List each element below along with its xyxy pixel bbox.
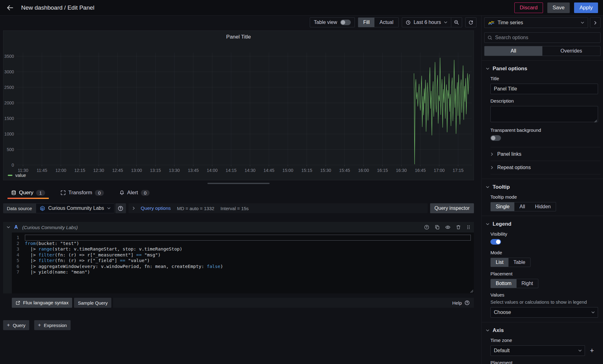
- time-range-picker[interactable]: Last 6 hours: [402, 18, 451, 27]
- apply-button[interactable]: Apply: [574, 2, 598, 13]
- tooltip-mode-seg-option-all[interactable]: All: [514, 202, 530, 211]
- tooltip-mode-seg-option-hidden[interactable]: Hidden: [530, 202, 556, 211]
- chevron-right-icon: [491, 153, 493, 156]
- code-keyword: from: [25, 241, 36, 246]
- section-tooltip-title: Tooltip: [493, 184, 510, 190]
- datasource-picker[interactable]: Curious Community Labs: [36, 203, 114, 213]
- panel-title-input[interactable]: [490, 84, 598, 94]
- chevron-down-icon: [591, 311, 595, 313]
- repeat-options-row[interactable]: Repeat options: [490, 161, 601, 174]
- code-line[interactable]: |> yield(name: "mean"): [25, 269, 474, 275]
- flux-code-editor[interactable]: 1234567 from(bucket: "test") |> range(st…: [12, 233, 474, 293]
- textarea-resize-grip[interactable]: [594, 120, 597, 122]
- refresh-icon: [468, 20, 473, 25]
- legend-values-placeholder: Choose: [494, 310, 511, 315]
- code-text: |>: [25, 252, 39, 257]
- chevron-down-icon: [578, 350, 582, 352]
- code-line[interactable]: |> aggregateWindow(every: v.windowPeriod…: [25, 264, 474, 270]
- legend-series-label[interactable]: value: [15, 173, 26, 178]
- tab-query[interactable]: Query 1: [7, 188, 49, 199]
- add-expression-button[interactable]: +Expression: [34, 320, 71, 330]
- code-text: (fn: (r) => r["_measurement"]: [55, 252, 136, 257]
- x-axis-tick-label: 12:15: [74, 168, 85, 173]
- options-filter-seg-option-overrides[interactable]: Overrides: [542, 46, 600, 56]
- query-help-button[interactable]: [424, 225, 429, 230]
- view-mode-seg-option-fill[interactable]: Fill: [358, 18, 374, 27]
- drag-query-handle[interactable]: [466, 225, 470, 230]
- question-circle-icon[interactable]: [465, 300, 470, 305]
- legend-mode-seg-option-list[interactable]: List: [491, 258, 508, 267]
- table-view-control[interactable]: Table view: [310, 17, 355, 27]
- hide-query-button[interactable]: [445, 225, 450, 230]
- code-line[interactable]: |> filter(fn: (r) => r["_measurement"] =…: [25, 252, 474, 258]
- duplicate-query-button[interactable]: [435, 225, 440, 230]
- query-inspector-button[interactable]: Query inspector: [430, 203, 474, 213]
- tab-alert[interactable]: Alert 0: [116, 188, 153, 199]
- interval-text: Interval = 15s: [220, 206, 248, 211]
- table-view-toggle[interactable]: [340, 20, 351, 25]
- legend-placement-seg-option-right[interactable]: Right: [517, 279, 538, 288]
- x-axis-tick-label: 12:30: [93, 168, 104, 173]
- add-timezone-button[interactable]: +: [590, 347, 594, 354]
- legend-placement-seg-option-bottom[interactable]: Bottom: [491, 279, 517, 288]
- sample-query-button[interactable]: Sample Query: [74, 298, 111, 308]
- toggle-knob: [491, 136, 495, 140]
- query-options-toggle[interactable]: Query options: [141, 205, 171, 211]
- section-axis[interactable]: Axis: [482, 322, 603, 334]
- section-legend[interactable]: Legend: [482, 216, 603, 227]
- save-button[interactable]: Save: [547, 2, 570, 13]
- code-keyword: range: [39, 247, 52, 251]
- query-row-header[interactable]: A (Curious Community Labs): [3, 222, 474, 233]
- tab-transform[interactable]: Transform 0: [57, 188, 108, 199]
- zoom-out-button[interactable]: [451, 18, 462, 27]
- remove-query-button[interactable]: [456, 225, 461, 230]
- line-number: 1: [12, 235, 19, 241]
- options-search[interactable]: [484, 32, 601, 43]
- code-line[interactable]: from(bucket: "test"): [25, 241, 474, 247]
- legend-mode-seg-option-table[interactable]: Table: [508, 258, 530, 267]
- line-number: 7: [12, 269, 19, 275]
- refresh-button[interactable]: [465, 17, 476, 27]
- toggle-knob: [496, 240, 500, 244]
- back-button[interactable]: [5, 3, 15, 13]
- visualization-picker[interactable]: Time series: [484, 17, 588, 28]
- transparent-bg-field: Transparent background: [490, 127, 598, 142]
- help-label[interactable]: Help: [452, 300, 462, 306]
- timezone-select[interactable]: Default: [490, 345, 585, 356]
- panel-links-row[interactable]: Panel links: [490, 147, 601, 161]
- tooltip-mode-seg-option-single[interactable]: Single: [491, 202, 514, 211]
- section-panel-options[interactable]: Panel options: [482, 61, 603, 72]
- x-axis-tick-label: 12:45: [112, 168, 123, 173]
- collapse-chevron-icon[interactable]: [7, 226, 10, 228]
- section-axis-title: Axis: [493, 327, 504, 334]
- options-search-input[interactable]: [495, 35, 597, 40]
- transparent-bg-toggle[interactable]: [490, 135, 501, 141]
- code-line[interactable]: [25, 235, 471, 241]
- collapse-sidebar-button[interactable]: [590, 17, 601, 28]
- legend-values-select[interactable]: Choose: [490, 307, 598, 318]
- editor-code[interactable]: from(bucket: "test") |> range(start: v.t…: [24, 233, 474, 293]
- back-arrow-icon: [7, 5, 13, 11]
- add-query-button[interactable]: +Query: [3, 320, 29, 330]
- y-axis-tick-label: 2500: [4, 85, 14, 90]
- legend-placement-field: Placement BottomRight: [490, 271, 598, 288]
- x-axis-tick-label: 16:30: [396, 168, 407, 173]
- legend-visibility-toggle[interactable]: [490, 239, 501, 245]
- section-tooltip[interactable]: Tooltip: [482, 179, 603, 190]
- timeseries-chart[interactable]: 050010001500200025003000350011:3011:4512…: [3, 31, 474, 180]
- datasource-help-button[interactable]: [115, 203, 126, 213]
- flux-syntax-button[interactable]: Flux language syntax: [12, 298, 72, 308]
- y-axis-tick-label: 3000: [4, 69, 14, 74]
- x-axis-tick-label: 14:00: [207, 168, 218, 173]
- code-line[interactable]: |> range(start: v.timeRangeStart, stop: …: [25, 246, 474, 252]
- code-line[interactable]: |> filter(fn: (r) => r["_field"] == "val…: [25, 258, 474, 264]
- y-axis-tick-label: 1000: [4, 131, 14, 136]
- line-number: 3: [12, 246, 19, 252]
- panel-resize-handle[interactable]: [207, 183, 270, 184]
- options-filter-seg-option-all[interactable]: All: [485, 46, 542, 56]
- discard-button[interactable]: Discard: [514, 2, 543, 13]
- panel-description-input[interactable]: [490, 106, 598, 122]
- chevron-down-icon: [581, 22, 584, 24]
- editor-resize-grip[interactable]: [470, 290, 473, 293]
- view-mode-seg-option-actual[interactable]: Actual: [374, 18, 398, 27]
